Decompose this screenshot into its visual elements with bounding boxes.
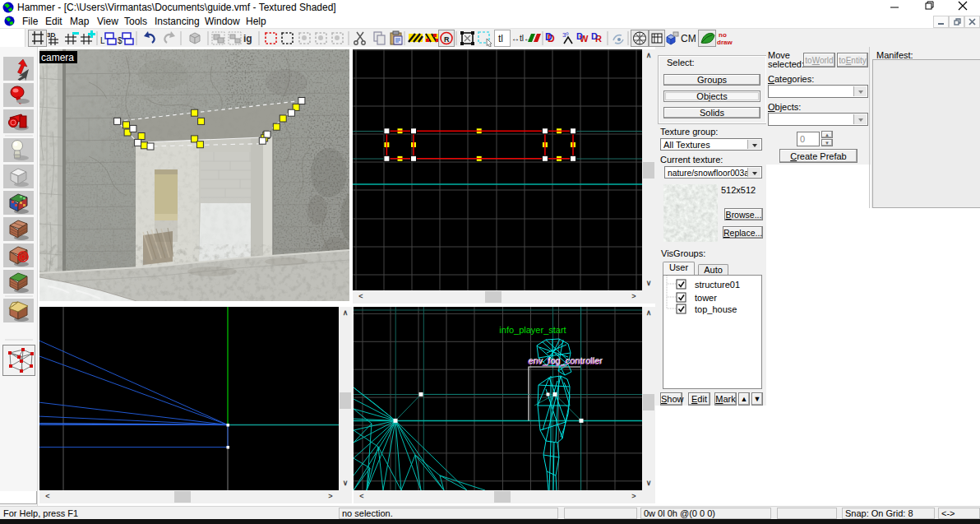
svg-text:L: L bbox=[100, 36, 105, 45]
svg-text:$: $ bbox=[118, 36, 122, 45]
svg-text:env_fog_controller: env_fog_controller bbox=[529, 355, 603, 365]
svg-text:D: D bbox=[576, 31, 583, 41]
svg-text:R: R bbox=[444, 35, 450, 44]
svg-text:camera: camera bbox=[41, 52, 74, 63]
svg-text:draw: draw bbox=[717, 39, 733, 46]
svg-text:info_player_start: info_player_start bbox=[499, 325, 566, 335]
svg-text:ig: ig bbox=[243, 33, 252, 44]
svg-text:tower: tower bbox=[695, 293, 717, 303]
svg-text:CM: CM bbox=[681, 33, 696, 44]
svg-text:structure01: structure01 bbox=[695, 280, 740, 290]
svg-text:D: D bbox=[591, 31, 598, 41]
svg-text:D: D bbox=[545, 31, 552, 43]
svg-text:no: no bbox=[719, 31, 727, 39]
svg-text:top_house: top_house bbox=[695, 304, 737, 314]
svg-text:tl: tl bbox=[498, 33, 503, 44]
